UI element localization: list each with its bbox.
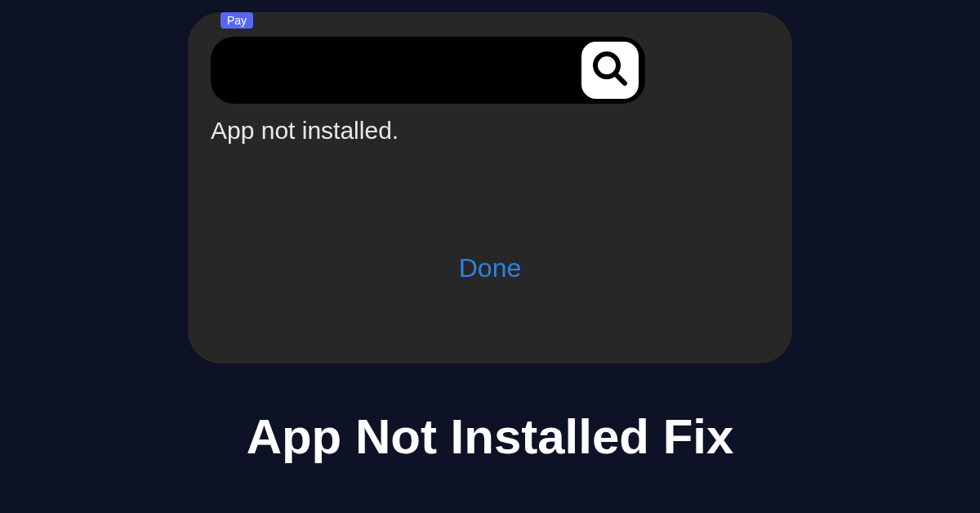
svg-line-1 [615, 74, 625, 83]
search-icon [590, 49, 630, 91]
done-button[interactable]: Done [188, 253, 792, 283]
pay-badge: Pay [220, 12, 253, 29]
search-icon-button[interactable] [581, 42, 639, 99]
dialog-message: App not installed. [211, 117, 399, 145]
page-caption: App Not Installed Fix [0, 408, 980, 465]
status-badge-row: Pay [220, 12, 253, 29]
search-bar[interactable] [211, 37, 645, 104]
install-dialog: Pay App not installed. Done [188, 12, 792, 364]
